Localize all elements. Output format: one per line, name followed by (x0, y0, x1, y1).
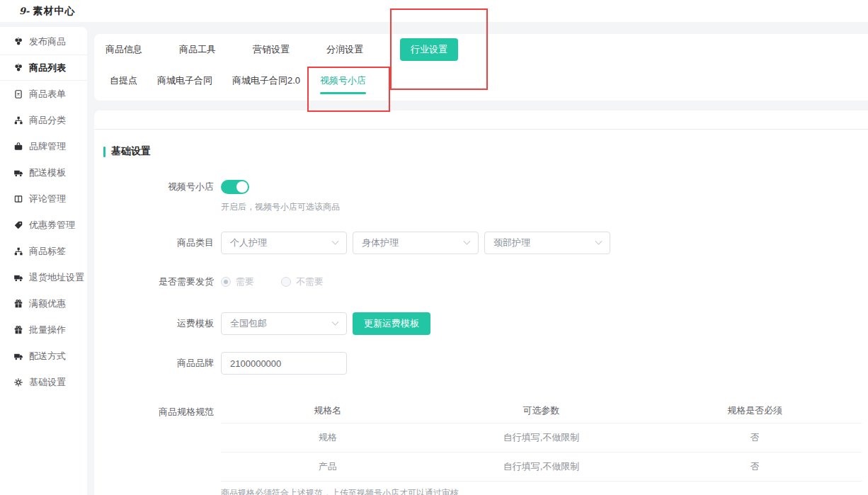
sidebar-item-publish-product[interactable]: 发布商品 (0, 28, 87, 55)
tab-pickup-point[interactable]: 自提点 (110, 74, 137, 87)
tab-profit-settings[interactable]: 分润设置 (326, 43, 363, 56)
sidebar-item-product-list[interactable]: 商品列表 (0, 55, 87, 81)
file-x-icon (13, 89, 23, 99)
video-shop-label: 视频号小店 (94, 181, 221, 193)
form-row-need-ship: 是否需要发货 需要 不需要 (94, 275, 868, 288)
gift-icon (13, 325, 23, 335)
gear-icon (13, 377, 23, 387)
chevron-down-icon (595, 237, 603, 244)
sidebar-item-delivery-template[interactable]: 配送模板 (0, 159, 87, 186)
sidebar-item-delivery-method[interactable]: 配送方式 (0, 343, 87, 369)
spec-col-name: 规格名 (221, 399, 435, 423)
sidebar-item-label: 配送方式 (29, 350, 66, 363)
radio-icon-unchecked (281, 277, 291, 287)
section-title-basic-settings: 基础设置 (103, 145, 868, 158)
truck-icon (13, 273, 23, 283)
app-title: 素材中心 (33, 5, 75, 18)
sidebar-item-label: 商品分类 (29, 114, 66, 127)
tabs-card: 商品信息 商品工具 营销设置 分润设置 行业设置 自提点 商城电子合同 商城电子… (94, 34, 868, 101)
sidebar-item-label: 配送模板 (29, 166, 66, 179)
sidebar-item-product-category[interactable]: 商品分类 (0, 107, 87, 133)
tab-marketing-settings[interactable]: 营销设置 (253, 43, 290, 56)
freight-label: 运费模板 (94, 317, 221, 330)
chevron-down-icon (332, 237, 339, 244)
category-label: 商品类目 (94, 237, 221, 249)
spec-table-row: 产品 自行填写,不做限制 否 (221, 452, 862, 481)
tab-product-info[interactable]: 商品信息 (105, 43, 142, 56)
sidebar: 发布商品 商品列表 商品表单 商品分类 品牌管理 配送模板 评论管理 优惠券管理… (0, 27, 87, 495)
tab-mall-e-contract-2[interactable]: 商城电子合同2.0 (232, 74, 300, 87)
brand-input[interactable] (221, 352, 347, 375)
sidebar-item-label: 商品标签 (29, 245, 66, 258)
form-card-header (94, 110, 868, 130)
sidebar-item-label: 优惠券管理 (29, 219, 75, 232)
sidebar-item-batch-operation[interactable]: 批量操作 (0, 317, 87, 343)
sidebar-item-label: 批量操作 (29, 324, 66, 336)
need-ship-label: 是否需要发货 (94, 275, 221, 288)
tab-industry-settings[interactable]: 行业设置 (400, 38, 458, 61)
secondary-tabs: 自提点 商城电子合同 商城电子合同2.0 视频号小店 (94, 65, 868, 96)
category-select-level3[interactable]: 颈部护理 (484, 232, 610, 254)
form-row-video-shop: 视频号小店 (94, 180, 868, 194)
tag-icon (13, 220, 23, 230)
sidebar-item-label: 商品表单 (29, 88, 66, 101)
truck-icon (13, 168, 23, 178)
spec-table: 规格名 可选参数 规格是否必须 规格 自行填写,不做限制 否 产品 自行填写,不… (221, 399, 862, 482)
video-shop-hint: 开启后，视频号小店可选该商品 (221, 201, 868, 213)
sidebar-item-return-address[interactable]: 退货地址设置 (0, 264, 87, 290)
sidebar-item-label: 品牌管理 (29, 140, 66, 153)
gift-icon (13, 299, 23, 309)
grapes-icon (13, 37, 23, 47)
sidebar-item-full-discount[interactable]: 满额优惠 (0, 290, 87, 317)
material-center-icon: 9- (19, 6, 29, 16)
form-card: 基础设置 视频号小店 开启后，视频号小店可选该商品 商品类目 个人护理 身体护理… (94, 110, 868, 495)
sidebar-item-label: 满额优惠 (29, 297, 66, 310)
category-select-level2[interactable]: 身体护理 (353, 232, 479, 254)
form-row-freight: 运费模板 全国包邮 更新运费模板 (94, 312, 868, 335)
video-shop-toggle[interactable] (221, 180, 249, 194)
sidebar-item-label: 评论管理 (29, 193, 66, 205)
sidebar-item-label: 基础设置 (29, 376, 66, 389)
form-row-category: 商品类目 个人护理 身体护理 颈部护理 (94, 232, 868, 254)
sidebar-item-comment-management[interactable]: 评论管理 (0, 186, 87, 212)
briefcase-icon (13, 142, 23, 152)
spec-note: 商品规格必须符合上述规范，上传至视频号小店才可以通过审核 (221, 487, 868, 495)
brand-label: 商品品牌 (94, 357, 221, 370)
spec-col-params: 可选参数 (435, 399, 649, 423)
sitemap-icon (13, 246, 23, 256)
form-row-spec: 商品规格规范 规格名 可选参数 规格是否必须 规格 自行填写,不做限制 否 (94, 399, 868, 482)
spec-col-required: 规格是否必须 (648, 399, 862, 423)
sidebar-item-product-form[interactable]: 商品表单 (0, 81, 87, 107)
grapes-icon (13, 63, 23, 73)
top-bar: 9- 素材中心 (0, 0, 868, 22)
radio-option-no-need[interactable]: 不需要 (281, 275, 324, 288)
primary-tabs: 商品信息 商品工具 营销设置 分润设置 行业设置 (94, 34, 868, 65)
freight-template-select[interactable]: 全国包邮 (221, 312, 347, 335)
form-row-brand: 商品品牌 (94, 352, 868, 375)
toggle-knob (236, 181, 248, 193)
sidebar-item-coupon-management[interactable]: 优惠券管理 (0, 212, 87, 238)
sidebar-item-label: 商品列表 (29, 62, 66, 74)
sidebar-item-product-tag[interactable]: 商品标签 (0, 238, 87, 264)
truck-icon (13, 351, 23, 361)
sidebar-item-label: 发布商品 (29, 35, 66, 48)
update-freight-template-button[interactable]: 更新运费模板 (353, 312, 430, 335)
sidebar-item-basic-settings[interactable]: 基础设置 (0, 369, 87, 395)
sidebar-item-brand-management[interactable]: 品牌管理 (0, 133, 87, 159)
spec-table-header-row: 规格名 可选参数 规格是否必须 (221, 399, 862, 423)
radio-icon-checked (221, 277, 231, 287)
tab-product-tools[interactable]: 商品工具 (179, 43, 216, 56)
radio-option-need[interactable]: 需要 (221, 275, 254, 288)
chevron-down-icon (464, 237, 471, 244)
category-select-level1[interactable]: 个人护理 (221, 232, 347, 254)
sitemap-icon (13, 115, 23, 125)
sidebar-item-label: 退货地址设置 (29, 271, 84, 284)
book-icon (13, 194, 23, 204)
chevron-down-icon (332, 318, 339, 325)
tab-video-channel-shop[interactable]: 视频号小店 (320, 74, 366, 87)
spec-label: 商品规格规范 (94, 399, 221, 419)
tab-mall-e-contract[interactable]: 商城电子合同 (157, 74, 212, 87)
spec-table-row: 规格 自行填写,不做限制 否 (221, 423, 862, 452)
section-accent-bar (103, 147, 105, 157)
